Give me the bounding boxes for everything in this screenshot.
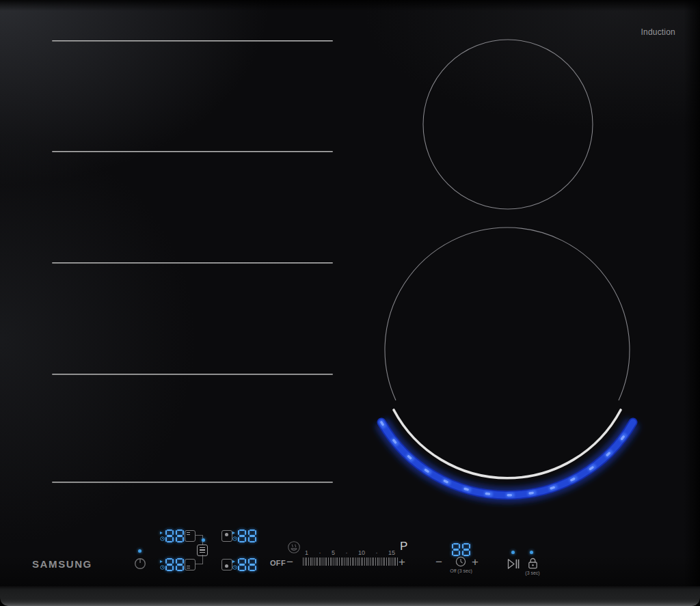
burner-select-indicator-icon xyxy=(232,532,235,534)
burner-select-indicator-icon xyxy=(232,560,235,563)
burner-display-left-bottom[interactable] xyxy=(160,558,184,571)
seven-segment-digit xyxy=(238,529,246,542)
slider-tick-label: · xyxy=(375,549,377,556)
timer-decrease-button[interactable]: − xyxy=(435,556,442,568)
samsung-logo: SAMSUNG xyxy=(32,558,92,570)
lock-status-dot xyxy=(530,551,533,554)
cooktop-surface: Induction SAMSUNG xyxy=(0,0,700,606)
lock-icon[interactable] xyxy=(528,557,538,569)
zone-position-icon-right-top xyxy=(221,530,232,542)
burner-display-right-top[interactable] xyxy=(232,529,256,542)
led-glow-arc xyxy=(381,422,633,495)
top-burner-ring xyxy=(423,40,593,209)
mini-timer-clock-icon xyxy=(160,565,165,570)
front-bevel xyxy=(0,586,700,606)
burner-select-indicator-icon xyxy=(160,532,163,534)
keep-warm-icon xyxy=(287,540,301,554)
seven-segment-display xyxy=(165,529,184,542)
display-indicators xyxy=(160,558,164,571)
seven-segment-display xyxy=(165,558,184,571)
seven-segment-digit xyxy=(176,529,184,542)
slider-tick-label: · xyxy=(345,549,347,556)
seven-segment-digit xyxy=(452,543,460,556)
seven-segment-digit xyxy=(248,558,256,571)
power-decrease-button[interactable]: − xyxy=(286,556,293,568)
timer-increase-button[interactable]: + xyxy=(472,556,479,568)
seven-segment-digit xyxy=(462,543,470,556)
seven-segment-digit xyxy=(165,558,174,571)
pause-icon[interactable] xyxy=(507,558,520,570)
seven-segment-digit xyxy=(238,558,246,571)
seven-segment-digit xyxy=(165,529,174,542)
power-slider-scale-labels: 1·5·10·15 xyxy=(303,549,397,556)
slider-tick-label: 15 xyxy=(388,549,395,556)
power-button[interactable] xyxy=(133,556,147,570)
power-slider-track[interactable] xyxy=(303,557,398,566)
bridge-connector-line xyxy=(202,555,203,564)
timer-clock-icon[interactable] xyxy=(455,556,466,567)
slider-tick-label: 1 xyxy=(305,549,308,556)
pause-status-dot xyxy=(511,551,515,554)
bridge-status-dot xyxy=(202,538,205,542)
zone-position-icon-left-top xyxy=(185,530,196,542)
zone-position-icon-right-bottom xyxy=(221,559,232,570)
display-indicators xyxy=(232,529,237,542)
burner-display-right-bottom[interactable] xyxy=(232,558,256,571)
slider-tick-label: 10 xyxy=(358,549,365,556)
display-indicators xyxy=(232,558,237,571)
burner-display-left-top[interactable] xyxy=(160,529,184,542)
seven-segment-digit xyxy=(176,558,184,571)
slider-tick-label: 5 xyxy=(332,549,335,556)
seven-segment-digit xyxy=(248,529,256,542)
glass-surface: Induction SAMSUNG xyxy=(0,0,700,586)
mini-timer-clock-icon xyxy=(232,536,237,541)
seven-segment-display xyxy=(452,543,470,556)
seven-segment-display xyxy=(238,558,256,571)
zone-position-icon-left-bottom xyxy=(185,559,196,570)
power-increase-button[interactable]: + xyxy=(399,556,405,568)
lock-hold-hint: (3 sec) xyxy=(520,570,545,575)
bridge-connector-line xyxy=(196,564,203,564)
slider-off-label: OFF xyxy=(270,559,286,567)
burner-zones-graphic xyxy=(0,0,700,586)
mini-timer-clock-icon xyxy=(232,565,237,570)
timer-off-hint: Off (3 sec) xyxy=(443,568,479,573)
bottom-burner-ring xyxy=(385,228,630,400)
power-boost-button[interactable]: P xyxy=(400,540,407,553)
power-status-dot xyxy=(138,549,142,553)
burner-select-indicator-icon xyxy=(160,560,163,563)
seven-segment-display xyxy=(238,529,256,542)
display-indicators xyxy=(160,529,164,542)
slider-tick-label: · xyxy=(319,549,321,556)
mini-timer-clock-icon xyxy=(160,536,165,541)
flex-bridge-icon xyxy=(197,545,208,556)
timer-display xyxy=(452,543,470,556)
